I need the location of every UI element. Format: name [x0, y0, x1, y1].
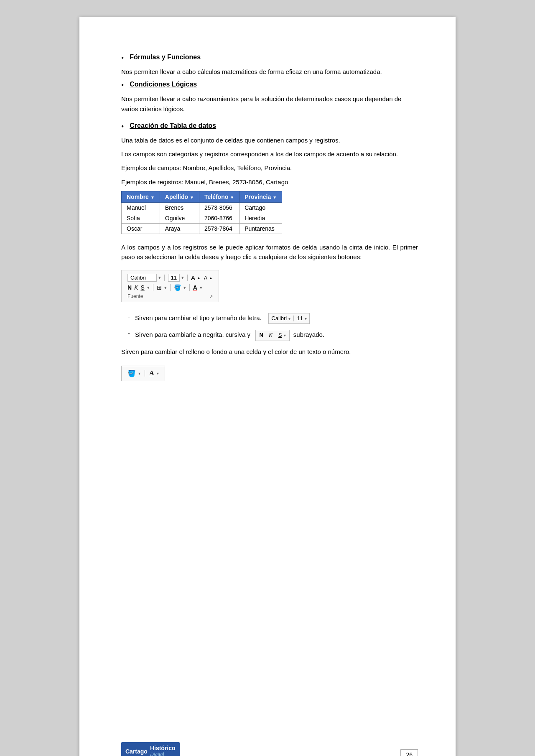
font-shrink-caret: ▲ — [209, 276, 213, 280]
cell-nombre-2: Sofia — [122, 213, 160, 223]
logo-cartago: Cartago — [125, 748, 148, 755]
font-color-a-icon[interactable]: A — [149, 369, 154, 377]
inline-underline[interactable]: S — [278, 331, 282, 339]
bullet-heading-2: • Condiciones Lógicas — [121, 81, 418, 90]
font-color-a-arrow[interactable]: ▾ — [157, 371, 159, 376]
fill-color-icon[interactable]: 🪣 — [174, 284, 181, 291]
footer: Cartago Histórico Digital 26 — [121, 742, 418, 756]
para-6: Ejemplos de registros: Manuel, Brenes, 2… — [121, 177, 418, 187]
dash-text-2: Sirven para cambiarle a negrita, cursiva… — [135, 330, 324, 341]
inline-bold[interactable]: N — [259, 331, 263, 339]
data-table: Nombre▼ Apellido▼ Teléfono▼ Provincia▼ M… — [121, 191, 282, 234]
inline-nks-toolbar: N K S ▾ — [255, 330, 290, 341]
italic-button[interactable]: K — [134, 284, 138, 291]
toolbar-row-3: Fuente ↗ — [127, 293, 213, 299]
para-4: Los campos son categorías y registros co… — [121, 149, 418, 159]
font-grow-caret: ▲ — [197, 276, 201, 280]
dropdown-arrow-size[interactable]: ▾ — [181, 275, 184, 280]
font-color-icon[interactable]: A — [193, 284, 197, 291]
col-header-provincia: Provincia▼ — [239, 191, 282, 202]
dash-text-1: Sirven para cambiar el tipo y tamaño de … — [135, 313, 310, 324]
para-5: Ejemplos de campos: Nombre, Apellidos, T… — [121, 163, 418, 173]
cell-apellido-1: Brenes — [160, 202, 199, 213]
cell-telefono-3: 2573-7864 — [199, 223, 239, 234]
cell-telefono-2: 7060-8766 — [199, 213, 239, 223]
cell-apellido-2: Oguilve — [160, 213, 199, 223]
inline-font-size: 11 — [297, 314, 303, 323]
dropdown-arrow-font[interactable]: ▾ — [158, 275, 161, 280]
table-row: Sofia Oguilve 7060-8766 Heredia — [122, 213, 282, 223]
paint-row: 🪣 ▾ A ▾ — [127, 369, 159, 377]
underline-button[interactable]: S — [140, 284, 144, 291]
bold-button[interactable]: N — [127, 284, 132, 291]
font-shrink-button[interactable]: A — [204, 275, 207, 281]
inline-font-toolbar: Calibri ▾ 11 ▾ — [268, 313, 309, 324]
bullet-dot-2: • — [121, 81, 124, 90]
logo-historico: Histórico — [150, 745, 176, 751]
inline-nks-arrow[interactable]: ▾ — [284, 332, 286, 339]
dash-2: - — [128, 330, 130, 337]
underline-arrow[interactable]: ▾ — [147, 285, 150, 290]
col-header-nombre: Nombre▼ — [122, 191, 160, 202]
fuente-label: Fuente — [127, 293, 143, 299]
logo-digital: Digital — [150, 751, 164, 756]
cell-nombre-3: Oscar — [122, 223, 160, 234]
page-number: 26 — [400, 749, 418, 756]
para-2: Nos permiten llevar a cabo razonamientos… — [121, 94, 418, 114]
dash-item-2: - Sirven para cambiarle a negrita, cursi… — [128, 330, 418, 341]
toolbar-row-2: N K S ▾ ⊞ ▾ 🪣 ▾ A ▾ — [127, 284, 213, 291]
border-arrow[interactable]: ▾ — [164, 285, 167, 290]
toolbar-row-1: Calibri ▾ 11 ▾ A ▲ A ▲ — [127, 274, 213, 282]
dash-1: - — [128, 313, 130, 320]
paint-fill-icon[interactable]: 🪣 — [127, 369, 136, 377]
page: • Fórmulas y Funciones Nos permiten llev… — [79, 17, 456, 756]
inline-font-name: Calibri — [271, 314, 287, 323]
inline-size-arrow[interactable]: ▾ — [305, 316, 307, 322]
para-7: A los campos y a los registros se le pue… — [121, 242, 418, 262]
font-toolbar: Calibri ▾ 11 ▾ A ▲ A ▲ N K S ▾ ⊞ ▾ 🪣 ▾ — [121, 270, 219, 302]
fill-arrow[interactable]: ▾ — [183, 285, 186, 290]
cell-telefono-1: 2573-8056 — [199, 202, 239, 213]
inline-font-arrow[interactable]: ▾ — [288, 316, 290, 322]
bullet-heading-1: • Fórmulas y Funciones — [121, 53, 418, 63]
bullet-title-1: Fórmulas y Funciones — [130, 53, 201, 61]
bullet-heading-3: • Creación de Tabla de datos — [121, 122, 418, 131]
logo: Cartago Histórico Digital — [121, 742, 180, 756]
col-header-apellido: Apellido▼ — [160, 191, 199, 202]
paint-fill-arrow[interactable]: ▾ — [138, 371, 140, 376]
font-name-display: Calibri — [127, 274, 157, 282]
dash-item-1: - Sirven para cambiar el tipo y tamaño d… — [128, 313, 418, 324]
bullet-dot-1: • — [121, 54, 124, 63]
bullet-dot-3: • — [121, 122, 124, 131]
cell-provincia-3: Puntarenas — [239, 223, 282, 234]
launcher-icon[interactable]: ↗ — [209, 294, 213, 299]
para-3: Una tabla de datos es el conjunto de cel… — [121, 135, 418, 145]
cell-apellido-3: Araya — [160, 223, 199, 234]
font-grow-button[interactable]: A — [191, 274, 195, 281]
cell-nombre-1: Manuel — [122, 202, 160, 213]
para-8: Sirven para cambiar el relleno o fondo a… — [121, 347, 418, 356]
border-icon[interactable]: ⊞ — [157, 284, 162, 291]
paint-color-box: 🪣 ▾ A ▾ — [121, 366, 165, 381]
para-1: Nos permiten llevar a cabo cálculos mate… — [121, 67, 418, 76]
col-header-telefono: Teléfono▼ — [199, 191, 239, 202]
font-size-display: 11 — [168, 274, 180, 282]
font-color-arrow[interactable]: ▾ — [200, 285, 202, 290]
cell-provincia-1: Cartago — [239, 202, 282, 213]
bullet-title-3: Creación de Tabla de datos — [130, 122, 216, 130]
table-row: Manuel Brenes 2573-8056 Cartago — [122, 202, 282, 213]
cell-provincia-2: Heredia — [239, 213, 282, 223]
inline-italic[interactable]: K — [269, 331, 273, 339]
table-row: Oscar Araya 2573-7864 Puntarenas — [122, 223, 282, 234]
bullet-title-2: Condiciones Lógicas — [130, 81, 197, 88]
